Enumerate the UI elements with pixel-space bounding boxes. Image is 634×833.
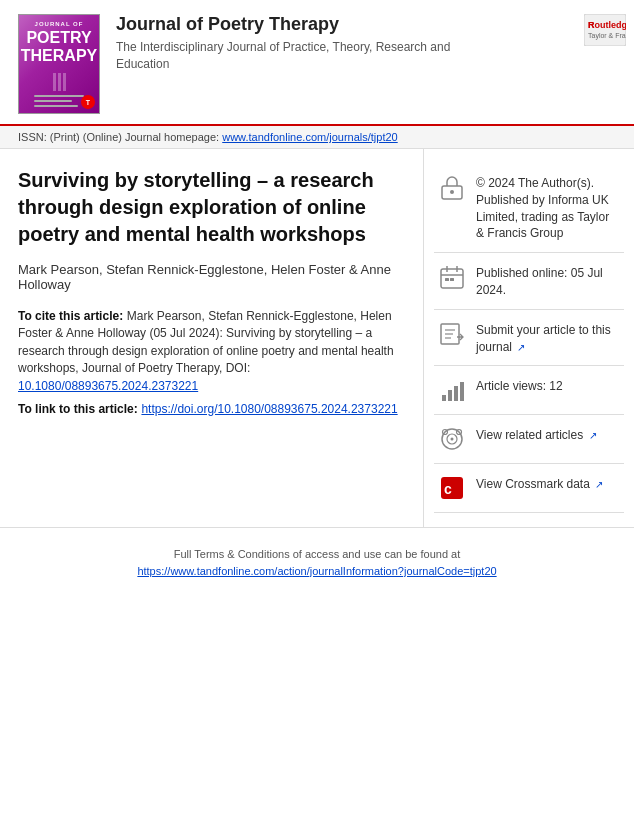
svg-text:Routledge: Routledge bbox=[588, 20, 626, 30]
svg-point-23 bbox=[451, 438, 454, 441]
link-section: To link to this article: https://doi.org… bbox=[18, 401, 405, 416]
svg-rect-17 bbox=[442, 395, 446, 401]
views-icon bbox=[438, 376, 466, 404]
related-icon bbox=[438, 425, 466, 453]
article-authors: Mark Pearson, Stefan Rennick-Egglestone,… bbox=[18, 262, 405, 292]
cover-badge: T bbox=[81, 95, 95, 109]
sidebar-submit-text: Submit your article to this journal ↗ bbox=[476, 320, 620, 356]
svg-rect-0 bbox=[584, 14, 626, 46]
svg-rect-19 bbox=[454, 386, 458, 401]
submit-icon bbox=[438, 320, 466, 348]
svg-rect-12 bbox=[450, 278, 454, 281]
journal-info: Journal of Poetry Therapy The Interdisci… bbox=[116, 14, 520, 73]
journal-subtitle: The Interdisciplinary Journal of Practic… bbox=[116, 39, 520, 73]
external-link-icon-2: ↗ bbox=[589, 430, 597, 441]
issn-bar: ISSN: (Print) (Online) Journal homepage:… bbox=[0, 126, 634, 149]
sidebar: © 2024 The Author(s). Published by Infor… bbox=[424, 149, 634, 527]
article-title: Surviving by storytelling – a research t… bbox=[18, 167, 405, 248]
svg-rect-11 bbox=[445, 278, 449, 281]
routledge-icon: R Routledge Taylor & Francis bbox=[584, 14, 616, 42]
link-label: To link to this article: bbox=[18, 402, 138, 416]
footer-bar: Full Terms & Conditions of access and us… bbox=[0, 527, 634, 597]
issn-text: ISSN: (Print) (Online) Journal homepage: bbox=[18, 131, 219, 143]
svg-point-6 bbox=[450, 190, 454, 194]
journal-title: Journal of Poetry Therapy bbox=[116, 14, 520, 35]
sidebar-published-date: Published online: 05 Jul 2024. bbox=[434, 253, 624, 310]
sidebar-submit-article[interactable]: Submit your article to this journal ↗ bbox=[434, 310, 624, 367]
sidebar-related-articles[interactable]: View related articles ↗ bbox=[434, 415, 624, 464]
crossmark-icon: c bbox=[438, 474, 466, 502]
cite-label: To cite this article: bbox=[18, 309, 123, 323]
external-link-icon: ↗ bbox=[517, 342, 525, 353]
cite-doi-link[interactable]: 10.1080/08893675.2024.2373221 bbox=[18, 379, 198, 393]
cover-journal-label: Journal of bbox=[35, 21, 84, 27]
sidebar-crossmark[interactable]: c View Crossmark data ↗ bbox=[434, 464, 624, 513]
main-content: Surviving by storytelling – a research t… bbox=[0, 149, 634, 527]
svg-rect-20 bbox=[460, 382, 464, 401]
sidebar-crossmark-text: View Crossmark data ↗ bbox=[476, 474, 603, 493]
footer-link[interactable]: https://www.tandfonline.com/action/journ… bbox=[137, 565, 496, 577]
open-access-icon bbox=[438, 173, 466, 201]
cite-section: To cite this article: Mark Pearson, Stef… bbox=[18, 308, 405, 393]
cover-decorative-lines bbox=[34, 95, 84, 107]
sidebar-views-text: Article views: 12 bbox=[476, 376, 563, 395]
sidebar-article-views: Article views: 12 bbox=[434, 366, 624, 415]
footer-line1: Full Terms & Conditions of access and us… bbox=[18, 546, 616, 563]
sidebar-related-text: View related articles ↗ bbox=[476, 425, 597, 444]
article-section: Surviving by storytelling – a research t… bbox=[0, 149, 424, 527]
top-bar: Journal of POETRYTHERAPY T Journal of Po… bbox=[0, 0, 634, 126]
journal-cover: Journal of POETRYTHERAPY T bbox=[18, 14, 100, 114]
article-link[interactable]: https://doi.org/10.1080/08893675.2024.23… bbox=[141, 402, 397, 416]
issn-link[interactable]: www.tandfonline.com/journals/tjpt20 bbox=[222, 131, 397, 143]
calendar-icon bbox=[438, 263, 466, 291]
routledge-logo: R Routledge Taylor & Francis bbox=[536, 14, 616, 42]
routledge-svg: R Routledge Taylor & Francis bbox=[584, 14, 626, 46]
svg-text:c: c bbox=[444, 481, 452, 497]
sidebar-published-text: Published online: 05 Jul 2024. bbox=[476, 263, 620, 299]
external-link-icon-3: ↗ bbox=[595, 479, 603, 490]
svg-text:Taylor & Francis: Taylor & Francis bbox=[588, 32, 626, 40]
cover-title-main: POETRYTHERAPY bbox=[21, 29, 97, 64]
svg-rect-18 bbox=[448, 390, 452, 401]
cover-decorative-stripes bbox=[53, 73, 66, 91]
sidebar-open-access-text: © 2024 The Author(s). Published by Infor… bbox=[476, 173, 620, 242]
sidebar-open-access: © 2024 The Author(s). Published by Infor… bbox=[434, 163, 624, 253]
